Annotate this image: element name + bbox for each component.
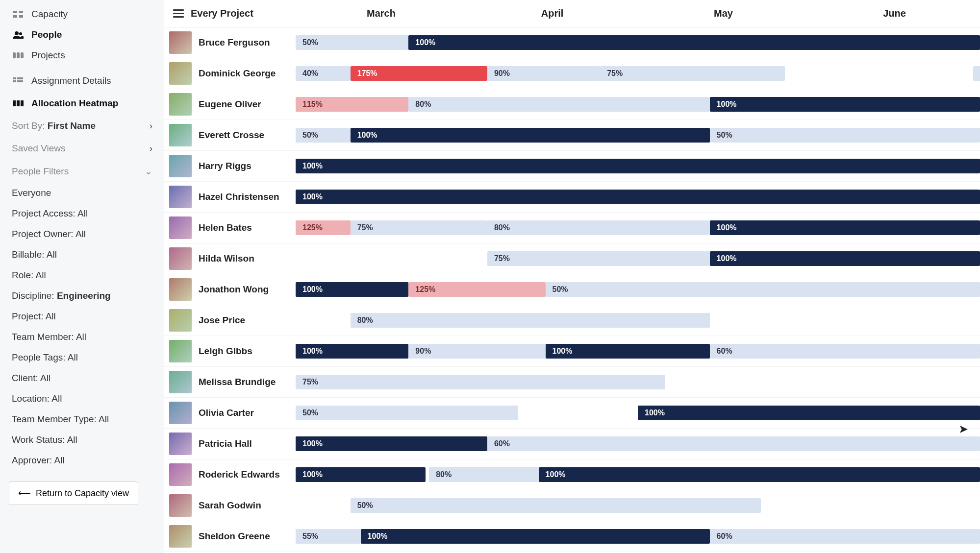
allocation-segment[interactable]: 100% <box>296 436 487 451</box>
allocation-segment[interactable]: 175% <box>351 66 487 81</box>
person-cell[interactable]: Bruce Ferguson <box>164 31 296 54</box>
filter-project-owner[interactable]: Project Owner: All <box>0 224 164 244</box>
person-cell[interactable]: Leigh Gibbs <box>164 340 296 362</box>
filter-project[interactable]: Project: All <box>0 306 164 327</box>
person-cell[interactable]: Helen Bates <box>164 216 296 239</box>
allocation-segment[interactable]: 80% <box>487 220 710 235</box>
allocation-segment[interactable]: 50% <box>546 282 980 297</box>
nav-capacity[interactable]: Capacity <box>0 4 164 24</box>
person-cell[interactable]: Roderick Edwards <box>164 463 296 486</box>
filter-billable[interactable]: Billable: All <box>0 244 164 265</box>
person-name: Hazel Christensen <box>199 192 279 202</box>
allocation-segment[interactable]: 100% <box>351 128 710 143</box>
allocation-segment[interactable]: 100% <box>408 35 980 50</box>
sidebar: Capacity People Projects Assignment Deta… <box>0 0 164 553</box>
person-name: Leigh Gibbs <box>199 346 252 357</box>
person-cell[interactable]: Jose Price <box>164 309 296 332</box>
hamburger-icon[interactable] <box>173 9 184 18</box>
allocation-segment[interactable]: 125% <box>296 220 351 235</box>
person-cell[interactable]: Melissa Brundige <box>164 371 296 393</box>
allocation-segment[interactable]: 55% <box>296 529 361 544</box>
person-cell[interactable]: Jonathon Wong <box>164 278 296 301</box>
allocation-segment[interactable]: 100% <box>296 282 408 297</box>
avatar <box>169 278 192 301</box>
filter-project-access[interactable]: Project Access: All <box>0 203 164 224</box>
person-cell[interactable]: Hilda Wilson <box>164 247 296 270</box>
allocation-segment[interactable]: 60% <box>487 436 980 451</box>
allocation-segment[interactable]: 90% <box>408 344 545 359</box>
avatar <box>169 155 192 177</box>
avatar <box>169 371 192 393</box>
filter-client[interactable]: Client: All <box>0 368 164 388</box>
allocation-segment[interactable]: 75% <box>351 220 487 235</box>
subnav-allocation-heatmap[interactable]: Allocation Heatmap <box>0 92 164 115</box>
timeline-track: 50% <box>296 498 980 513</box>
allocation-segment[interactable]: 40% <box>296 66 351 81</box>
filter-discipline[interactable]: Discipline: Engineering <box>0 286 164 306</box>
allocation-segment[interactable]: 100% <box>296 467 426 482</box>
allocation-segment[interactable]: 60% <box>710 344 980 359</box>
allocation-segment[interactable]: 100% <box>539 467 980 482</box>
allocation-segment[interactable]: 75% <box>296 375 665 389</box>
project-scope-label[interactable]: Every Project <box>191 8 253 19</box>
filter-approver[interactable]: Approver: All <box>0 450 164 471</box>
allocation-segment[interactable]: 100% <box>296 159 980 173</box>
person-cell[interactable]: Eugene Oliver <box>164 93 296 116</box>
allocation-row: Olivia Carter50%100% <box>164 398 980 429</box>
filter-role[interactable]: Role: All <box>0 265 164 286</box>
filter-location[interactable]: Location: All <box>0 388 164 409</box>
svg-rect-3 <box>19 15 23 18</box>
avatar <box>169 402 192 424</box>
allocation-segment[interactable]: 60% <box>710 529 980 544</box>
allocation-segment[interactable]: 100% <box>710 97 980 112</box>
allocation-segment[interactable]: 50% <box>296 406 518 420</box>
allocation-segment[interactable]: 100% <box>638 406 980 420</box>
allocation-segment[interactable]: 100% <box>296 190 980 204</box>
filter-work-status[interactable]: Work Status: All <box>0 430 164 450</box>
avatar <box>169 31 192 54</box>
person-cell[interactable]: Olivia Carter <box>164 402 296 424</box>
subnav-assignment-details[interactable]: Assignment Details <box>0 70 164 92</box>
timeline-track: 40%175%90%75%50 <box>296 66 980 81</box>
allocation-segment[interactable]: 100% <box>361 529 710 544</box>
nav-people[interactable]: People <box>0 24 164 45</box>
filter-everyone[interactable]: Everyone <box>0 183 164 203</box>
allocation-segment[interactable]: 75% <box>600 66 785 81</box>
allocation-segment[interactable]: 115% <box>296 97 408 112</box>
return-to-capacity-button[interactable]: ⟵ Return to Capacity view <box>9 481 138 505</box>
allocation-segment[interactable]: 80% <box>408 97 709 112</box>
allocation-segment[interactable]: 90% <box>487 66 600 81</box>
allocation-segment[interactable]: 100% <box>296 344 408 359</box>
person-cell[interactable]: Harry Riggs <box>164 155 296 177</box>
person-cell[interactable]: Sarah Godwin <box>164 494 296 517</box>
allocation-segment[interactable]: 80% <box>351 313 710 328</box>
allocation-segment[interactable]: 80% <box>429 467 538 482</box>
filter-discipline-prefix: Discipline: <box>12 290 57 301</box>
filter-team-member-type[interactable]: Team Member Type: All <box>0 409 164 430</box>
allocation-segment[interactable]: 100% <box>710 251 980 266</box>
person-cell[interactable]: Everett Crosse <box>164 124 296 146</box>
filter-people-tags[interactable]: People Tags: All <box>0 347 164 368</box>
allocation-segment[interactable]: 125% <box>408 282 545 297</box>
allocation-row: Hilda Wilson75%100% <box>164 243 980 274</box>
allocation-segment[interactable]: 50% <box>296 128 351 143</box>
allocation-segment[interactable]: 50% <box>351 498 761 513</box>
saved-views[interactable]: Saved Views › <box>0 137 164 160</box>
allocation-segment[interactable]: 75% <box>487 251 710 266</box>
person-cell[interactable]: Patricia Hall <box>164 433 296 455</box>
people-filters-toggle[interactable]: People Filters ⌄ <box>0 160 164 183</box>
sort-by-selector[interactable]: Sort By: First Name › <box>0 115 164 137</box>
allocation-segment[interactable]: 50% <box>296 35 408 50</box>
person-cell[interactable]: Dominick George <box>164 62 296 85</box>
allocation-segment[interactable]: 50% <box>710 128 980 143</box>
nav-projects[interactable]: Projects <box>0 45 164 66</box>
svg-rect-8 <box>21 52 24 58</box>
allocation-row: Patricia Hall100%60% <box>164 429 980 459</box>
person-cell[interactable]: Hazel Christensen <box>164 186 296 208</box>
allocation-segment[interactable]: 100% <box>710 220 980 235</box>
person-cell[interactable]: Sheldon Greene <box>164 525 296 548</box>
allocation-segment[interactable]: 50 <box>973 66 980 81</box>
filter-team-member[interactable]: Team Member: All <box>0 327 164 347</box>
svg-rect-15 <box>21 100 24 106</box>
allocation-segment[interactable]: 100% <box>546 344 710 359</box>
